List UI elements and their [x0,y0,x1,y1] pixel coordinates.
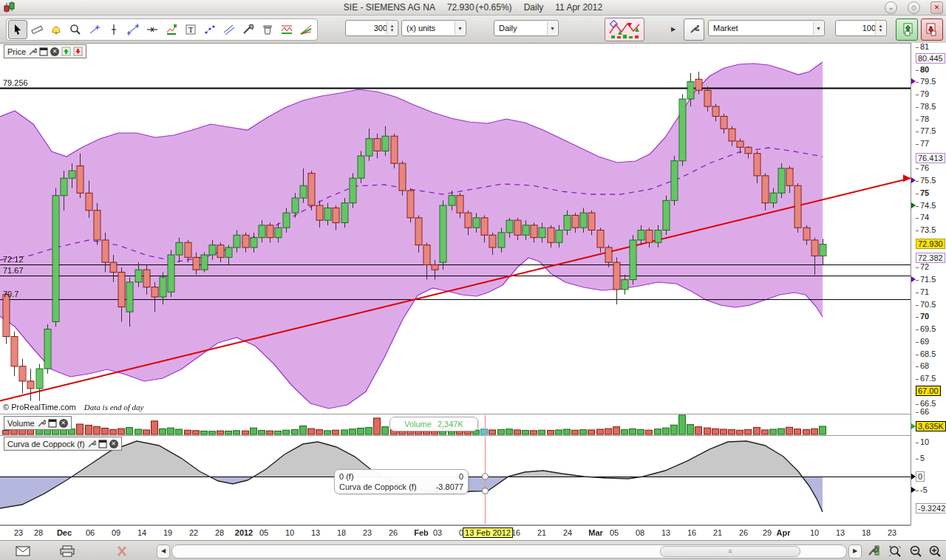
zigzag-pattern-icon[interactable] [277,20,296,39]
price-axis-label: 69 [916,337,929,346]
timeframe-dropdown[interactable]: Daily ▼ [494,20,559,36]
units-count-spinner[interactable]: 300 ▲▼ [345,20,398,36]
time-axis-label: 18 [337,528,346,537]
wrench-icon[interactable] [28,47,37,56]
price-axis-label: 71.5 [916,275,936,284]
axis-marker-icon [911,202,916,208]
close-button[interactable]: ✕ [930,1,943,14]
minimize-button[interactable]: ⌄ [885,1,897,14]
price-axis-label: 80.445 [916,54,945,63]
title-date: 11 Apr 2012 [555,2,602,13]
restore-button[interactable]: ◇ [908,1,920,14]
price-chart-canvas[interactable] [0,43,911,525]
title-symbol: SIE - SIEMENS AG NA [344,2,435,13]
price-axis-label: 69.5 [916,324,936,333]
coppock-tooltip-line2-label: Curva de Coppock (f) [339,482,417,492]
chart-display-settings-button[interactable] [605,18,644,41]
scatter-points-tool-icon[interactable] [200,20,220,39]
vertical-line-tool-icon[interactable] [104,20,123,39]
import-down-icon[interactable] [73,47,83,56]
horizontal-line-tool-icon[interactable] [143,20,162,39]
mail-icon[interactable] [13,544,33,559]
wrench-icon[interactable] [37,419,46,428]
price-axis-label: 80 [916,65,929,74]
price-level-label: 70.7 [3,290,18,298]
print-icon[interactable] [58,544,77,559]
copyright-text: © ProRealTime.com [3,403,76,412]
volume-tooltip: Volume 2,347K [389,417,478,431]
chevron-down-icon[interactable]: ▼ [813,21,823,35]
chevron-down-icon[interactable]: ▼ [547,21,557,35]
scroll-left-button[interactable]: ◀ [157,544,170,559]
price-panel-header: Price ✕ [4,44,86,58]
scrollbar-thumb[interactable]: ≡ [660,546,800,557]
time-axis-label: Feb [414,528,429,537]
time-axis-label: 28 [215,528,224,537]
zoom-in-icon[interactable] [925,544,945,559]
price-axis-label: 79.5 [916,77,936,86]
channel-pattern-icon[interactable] [296,20,316,39]
price-panel-label: Price [7,47,26,56]
zoom-out-icon[interactable] [906,544,925,559]
close-icon[interactable]: ✕ [50,47,59,56]
time-axis-label: 18 [862,528,871,537]
price-level-label: 79.256 [3,78,28,87]
window-title: SIE - SIEMENS AG NA72.930(+0.65%)Daily11… [0,2,946,13]
units-count-value: 300 [374,24,387,33]
quantity-spinner[interactable]: 100 ▲▼ [835,20,887,36]
close-icon[interactable]: ✕ [109,440,118,448]
price-axis-label: 77 [916,139,929,148]
spinner-arrows-icon[interactable]: ▲▼ [875,21,885,35]
order-destination-dropdown[interactable]: Market ▼ [708,20,825,36]
spinner-arrows-icon[interactable]: ▲▼ [387,21,397,35]
ruler-tool-icon[interactable] [27,20,47,39]
text-tool-icon[interactable]: T [181,20,200,39]
time-axis-label: 21 [537,528,546,537]
forecast-tool-icon[interactable] [162,20,181,39]
window-icon[interactable] [48,419,57,428]
delete-tool-icon[interactable] [258,20,277,39]
point-segment-tool-icon[interactable] [85,20,104,39]
export-up-icon[interactable] [61,47,71,56]
coppock-tooltip-line2-value: -3.8077 [436,482,463,492]
window-icon[interactable] [39,47,48,56]
wrench-icon[interactable] [87,440,96,448]
trend-line-tool-icon[interactable] [123,20,143,39]
title-timeframe: Daily [524,2,544,13]
close-icon[interactable]: ✕ [59,419,68,428]
coppock-tooltip: 0 (f)0 Curva de Coppock (f)-3.8077 [334,469,469,494]
time-axis-label: 23 [363,528,372,537]
wrench-icon [689,24,699,35]
price-axis-label: 68.5 [916,349,936,358]
scroll-right-button[interactable]: ▶ [848,544,862,559]
price-axis-label: 75.5 [916,176,936,185]
time-axis-label: 13 [661,528,670,537]
buy-order-button[interactable] [896,18,918,41]
quantity-value: 100 [862,24,876,33]
price-axis-label: 77.5 [916,126,936,135]
order-settings-button[interactable] [684,18,704,41]
chevron-down-icon[interactable]: ▼ [455,21,465,35]
time-scrollbar[interactable]: ≡ [171,544,847,559]
price-axis-label: 67.5 [916,374,936,383]
volume-panel-label: Volume [7,419,35,428]
coppock-axis-label: -9.3242 [916,504,946,513]
price-axis-label: 81 [916,42,929,51]
zoom-tool-icon[interactable] [66,20,85,39]
time-axis-label: 09 [112,528,120,537]
chart-tools-icon[interactable] [865,544,884,559]
parallel-lines-tool-icon[interactable] [220,20,239,39]
axis-marker-icon [911,474,916,479]
price-axis[interactable]: 8180.4458079.57978.57877.57776.4137675.5… [911,43,946,525]
window-icon[interactable] [98,440,107,448]
time-axis[interactable]: 2328Dec0609141922282012051013182326Feb03… [0,525,911,541]
order-panel-expander[interactable]: ▶ [671,18,681,39]
sell-order-button[interactable] [921,18,943,41]
title-change: (+0.65%) [476,2,512,13]
units-mode-dropdown[interactable]: (x) units ▼ [401,20,466,36]
object-settings-icon[interactable] [239,20,258,39]
cursor-tool-icon[interactable] [8,20,27,39]
time-axis-label: 23 [888,528,896,537]
zoom-fit-icon[interactable] [885,544,905,559]
alert-bell-icon[interactable] [47,20,66,39]
